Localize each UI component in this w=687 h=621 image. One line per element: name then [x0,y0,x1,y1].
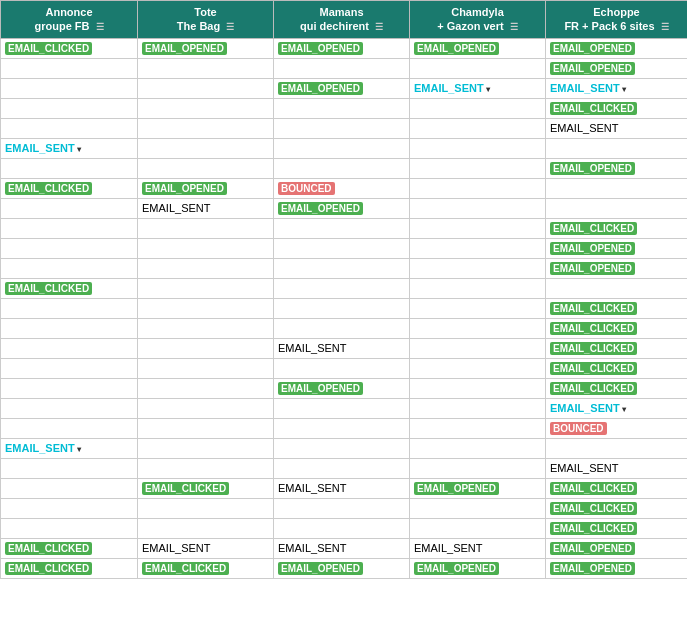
table-cell [410,338,546,358]
table-cell [1,158,138,178]
table-cell [274,458,410,478]
table-cell [410,518,546,538]
table-cell [1,498,138,518]
table-row: BOUNCED [1,418,688,438]
filter-icon: ☰ [96,22,104,34]
cell-badge: EMAIL_CLICKED [550,342,637,355]
column-header-col4[interactable]: EchoppeFR + Pack 6 sites ☰ [546,1,688,39]
table-cell: EMAIL_OPENED [410,558,546,578]
cell-badge: EMAIL_OPENED [550,262,635,275]
table-cell [410,438,546,458]
table-cell [138,438,274,458]
table-cell [546,198,688,218]
table-cell [274,438,410,458]
cell-badge: EMAIL_SENT [414,542,482,554]
table-row: EMAIL_CLICKED [1,278,688,298]
table-cell [138,518,274,538]
table-row: EMAIL_OPENED [1,158,688,178]
table-cell: EMAIL_SENT [546,458,688,478]
table-cell [410,158,546,178]
table-cell [410,58,546,78]
table-cell: EMAIL_OPENED [138,38,274,58]
cell-badge: EMAIL_OPENED [550,162,635,175]
table-cell: EMAIL_SENT [274,338,410,358]
cell-badge: EMAIL_OPENED [142,182,227,195]
cell-badge: EMAIL_OPENED [550,242,635,255]
table-cell [1,518,138,538]
cell-badge: BOUNCED [278,182,335,195]
table-cell [410,178,546,198]
column-header-col2[interactable]: Mamansqui dechirent ☰ [274,1,410,39]
table-cell: EMAIL_SENT▾ [1,438,138,458]
table-cell [1,98,138,118]
cell-badge: EMAIL_CLICKED [142,482,229,495]
table-cell [1,398,138,418]
table-cell [410,278,546,298]
table-cell: EMAIL_CLICKED [546,338,688,358]
table-row: EMAIL_CLICKED [1,98,688,118]
table-cell: EMAIL_SENT [138,198,274,218]
table-cell [1,338,138,358]
table-cell [410,418,546,438]
table-cell: EMAIL_CLICKED [546,218,688,238]
table-row: EMAIL_SENT [1,458,688,478]
cell-badge: EMAIL_OPENED [550,62,635,75]
table-cell [410,378,546,398]
table-cell [138,98,274,118]
table-cell: EMAIL_SENT▾ [410,78,546,98]
table-cell: EMAIL_CLICKED [138,558,274,578]
cell-badge: EMAIL_CLICKED [550,502,637,515]
cell-badge: EMAIL_CLICKED [550,522,637,535]
cell-badge: EMAIL_CLICKED [550,322,637,335]
table-cell [410,138,546,158]
table-cell: EMAIL_OPENED [546,58,688,78]
table-cell: EMAIL_CLICKED [1,558,138,578]
table-row: EMAIL_SENT [1,118,688,138]
table-cell [1,58,138,78]
cell-badge: EMAIL_OPENED [550,42,635,55]
table-cell [410,318,546,338]
table-cell [274,138,410,158]
filter-icon: ☰ [661,22,669,34]
cell-badge: EMAIL_OPENED [142,42,227,55]
table-cell: EMAIL_CLICKED [1,278,138,298]
table-row: EMAIL_SENT▾ [1,438,688,458]
table-cell [410,98,546,118]
table-cell: EMAIL_OPENED [546,538,688,558]
cell-badge: EMAIL_CLICKED [5,542,92,555]
cell-badge: EMAIL_OPENED [414,42,499,55]
table-row: EMAIL_CLICKEDEMAIL_OPENEDBOUNCED [1,178,688,198]
table-cell: EMAIL_SENT [138,538,274,558]
table-cell: EMAIL_CLICKED [1,38,138,58]
table-cell [1,378,138,398]
column-header-col1[interactable]: ToteThe Bag ☰ [138,1,274,39]
table-cell [546,178,688,198]
table-row: EMAIL_CLICKEDEMAIL_SENTEMAIL_OPENEDEMAIL… [1,478,688,498]
table-cell [274,298,410,318]
table-cell [1,478,138,498]
filter-icon: ☰ [375,22,383,34]
table-row: EMAIL_SENT▾ [1,138,688,158]
cell-badge: EMAIL_SENT [278,342,346,354]
table-row: EMAIL_CLICKED [1,298,688,318]
table-cell [274,358,410,378]
column-header-col3[interactable]: Chamdyla+ Gazon vert ☰ [410,1,546,39]
table-cell [274,278,410,298]
table-cell [1,218,138,238]
table-cell [138,58,274,78]
table-cell [1,78,138,98]
table-cell: EMAIL_CLICKED [546,358,688,378]
cell-badge: EMAIL_CLICKED [5,42,92,55]
table-cell [410,458,546,478]
table-cell [410,118,546,138]
table-cell [410,398,546,418]
cell-badge: EMAIL_SENT▾ [414,82,490,94]
table-row: EMAIL_CLICKEDEMAIL_CLICKEDEMAIL_OPENEDEM… [1,558,688,578]
table-cell: EMAIL_CLICKED [546,318,688,338]
column-header-col0[interactable]: Annoncegroupe FB ☰ [1,1,138,39]
table-cell: EMAIL_SENT [410,538,546,558]
table-row: EMAIL_CLICKED [1,218,688,238]
table-cell [138,138,274,158]
table-cell [274,258,410,278]
table-cell: EMAIL_OPENED [546,158,688,178]
